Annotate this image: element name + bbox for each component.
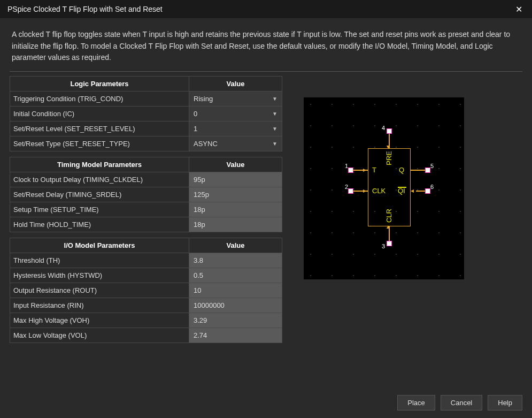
param-input[interactable] (194, 206, 277, 214)
param-label: Set/Reset Level (SET_RESET_LEVEL) (10, 121, 189, 136)
pin-clk-label: CLK (372, 187, 385, 195)
param-input[interactable] (194, 221, 277, 229)
param-label: Set/Reset Delay (TIMING_SRDEL) (10, 187, 189, 202)
param-label: Initial Condition (IC) (10, 107, 189, 121)
table-row: Max Low Voltage (VOL) (10, 328, 282, 343)
param-label: Max Low Voltage (VOL) (10, 328, 189, 343)
pin-6-pad (425, 188, 430, 194)
qbar-overline (398, 187, 406, 188)
pin-qbar-label: QI (398, 187, 405, 195)
dialog-footer: Place Cancel Help (397, 395, 522, 411)
logic-header-param: Logic Parameters (10, 77, 189, 92)
param-label: Hold Time (HOLD_TIME) (10, 217, 189, 232)
table-row: Max High Voltage (VOH) (10, 313, 282, 328)
pin-t-label: T (372, 166, 376, 174)
logic-header-value: Value (189, 77, 282, 92)
table-row: Set/Reset Type (SET_RESET_TYPE)ASYNC▼ (10, 136, 282, 151)
pin-3-number: 3 (382, 243, 385, 249)
param-input[interactable] (194, 191, 277, 199)
chevron-down-icon: ▼ (272, 111, 277, 117)
pin-q-label: Q (399, 166, 404, 174)
table-row: Triggering Condition (TRIG_COND)Rising▼ (10, 92, 282, 107)
param-input[interactable] (194, 316, 277, 324)
pin-2-number: 2 (345, 184, 348, 190)
pin-5-number: 5 (430, 163, 434, 169)
help-button[interactable]: Help (488, 395, 522, 411)
param-select[interactable]: ASYNC▼ (189, 136, 282, 151)
cancel-button[interactable]: Cancel (441, 395, 482, 411)
io-parameters-table: I/O Model Parameters Value Threshold (TH… (10, 238, 282, 343)
logic-parameters-table: Logic Parameters Value Triggering Condit… (10, 76, 282, 151)
param-label: Threshold (TH) (10, 253, 189, 268)
io-header-value: Value (189, 238, 282, 253)
pin-3-pad (387, 241, 392, 246)
table-row: Output Resistance (ROUT) (10, 283, 282, 298)
param-input[interactable] (194, 301, 277, 309)
pin-5-pad (425, 168, 430, 173)
pin-pre-label: PRE (385, 151, 393, 165)
table-row: Set/Reset Level (SET_RESET_LEVEL)1▼ (10, 121, 282, 136)
pin-4-pad (387, 128, 392, 134)
param-label: Clock to Output Delay (TIMING_CLKDEL) (10, 172, 189, 187)
io-header-param: I/O Model Parameters (10, 238, 189, 253)
pin-4-number: 4 (382, 125, 385, 131)
param-input[interactable] (194, 331, 277, 339)
param-input[interactable] (194, 286, 277, 294)
table-row: Set/Reset Delay (TIMING_SRDEL) (10, 187, 282, 202)
table-row: Input Resistance (RIN) (10, 298, 282, 313)
param-label: Set/Reset Type (SET_RESET_TYPE) (10, 136, 189, 151)
chevron-down-icon: ▼ (272, 126, 277, 132)
param-input[interactable] (194, 176, 277, 184)
param-select[interactable]: Rising▼ (189, 92, 282, 106)
timing-parameters-table: Timing Model Parameters Value Clock to O… (10, 157, 282, 232)
schematic-preview: ▾ 4 PRE ▴ 3 CLR ▸ 1 T ▸ 2 CL (304, 97, 464, 279)
param-label: Max High Voltage (VOH) (10, 313, 189, 328)
param-select[interactable]: 1▼ (189, 121, 282, 136)
titlebar: PSpice Clocked T Flip Flop with Set and … (0, 0, 532, 18)
table-row: Setup Time (SETUP_TIME) (10, 202, 282, 217)
param-input[interactable] (194, 271, 277, 279)
chevron-down-icon: ▼ (272, 141, 277, 147)
table-row: Clock to Output Delay (TIMING_CLKDEL) (10, 172, 282, 187)
place-button[interactable]: Place (397, 395, 435, 411)
table-row: Initial Condition (IC)0▼ (10, 107, 282, 121)
description-text: A clocked T flip flop toggles state when… (10, 26, 522, 72)
param-select-value: 1 (194, 125, 272, 133)
param-label: Triggering Condition (TRIG_COND) (10, 92, 189, 107)
table-row: Hysteresis Width (HYSTWD) (10, 268, 282, 283)
param-label: Input Resistance (RIN) (10, 298, 189, 313)
param-label: Output Resistance (ROUT) (10, 283, 189, 298)
timing-header-param: Timing Model Parameters (10, 157, 189, 172)
close-icon[interactable]: ✕ (511, 2, 527, 17)
param-select[interactable]: 0▼ (189, 107, 282, 121)
table-row: Threshold (TH) (10, 253, 282, 268)
timing-header-value: Value (189, 157, 282, 172)
param-input[interactable] (194, 256, 277, 264)
param-label: Hysteresis Width (HYSTWD) (10, 268, 189, 283)
pin-1-number: 1 (345, 163, 348, 169)
param-select-value: Rising (194, 95, 272, 103)
param-label: Setup Time (SETUP_TIME) (10, 202, 189, 217)
param-select-value: ASYNC (194, 140, 272, 148)
table-row: Hold Time (HOLD_TIME) (10, 217, 282, 232)
pin-clr-label: CLR (385, 209, 393, 223)
window-title: PSpice Clocked T Flip Flop with Set and … (7, 5, 163, 13)
pin-6-number: 6 (430, 184, 434, 190)
param-select-value: 0 (194, 110, 272, 118)
chevron-down-icon: ▼ (272, 96, 277, 102)
